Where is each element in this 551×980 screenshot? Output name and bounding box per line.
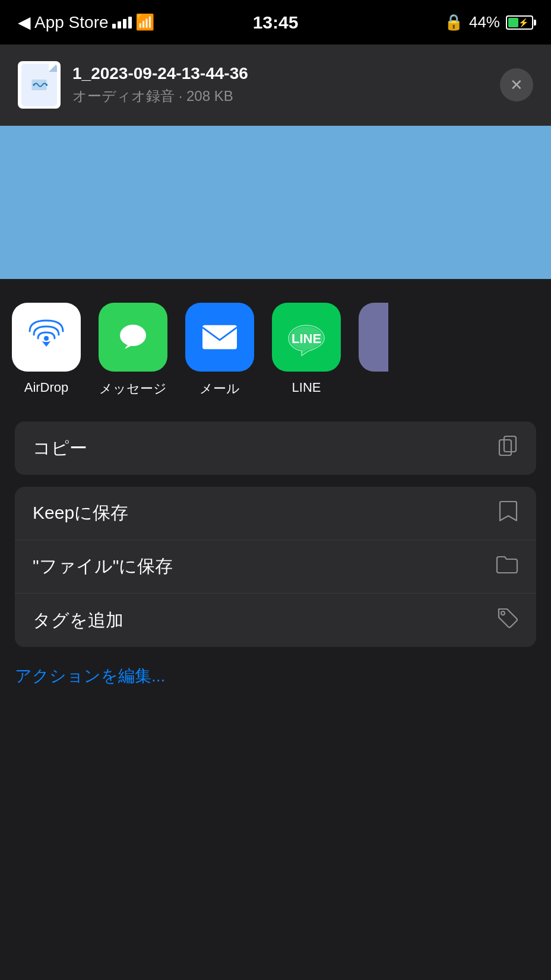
svg-rect-12: [504, 436, 516, 452]
edit-actions[interactable]: アクションを編集...: [15, 665, 536, 687]
file-name: 1_2023-09-24-13-44-36: [72, 64, 248, 83]
battery-percent: 44%: [469, 13, 500, 31]
copy-action-label: コピー: [33, 436, 87, 461]
carrier-label: App Store: [34, 13, 109, 32]
file-text-info: 1_2023-09-24-13-44-36 オーディオ録音 · 208 KB: [72, 64, 248, 106]
wifi-icon: 📶: [135, 13, 154, 31]
status-bar: ◀ App Store 📶 13:45 🔒 44% ⚡: [0, 0, 551, 45]
signal-bars: [112, 17, 132, 28]
file-meta: オーディオ録音 · 208 KB: [72, 87, 248, 106]
app-item-airdrop[interactable]: AirDrop: [12, 303, 81, 398]
line-label: LINE: [292, 380, 321, 395]
svg-point-3: [46, 84, 48, 86]
file-header: 1_2023-09-24-13-44-36 オーディオ録音 · 208 KB ✕: [0, 45, 551, 126]
add-tag-label: タグを追加: [33, 608, 124, 633]
svg-rect-13: [499, 440, 511, 455]
partial-app-icon: [359, 303, 388, 372]
lock-icon: 🔒: [444, 13, 463, 31]
airdrop-icon-button[interactable]: [12, 303, 81, 372]
battery-fill: [508, 18, 518, 27]
battery-body: ⚡: [506, 15, 533, 30]
file-doc-background: [21, 64, 57, 106]
status-time: 13:45: [253, 12, 299, 33]
line-icon-button[interactable]: LINE: [272, 303, 341, 372]
svg-rect-9: [202, 325, 237, 350]
copy-action-item[interactable]: コピー: [15, 421, 536, 475]
airdrop-svg-icon: [25, 316, 68, 359]
save-files-action-item[interactable]: "ファイル"に保存: [15, 540, 536, 594]
status-left: ◀ App Store 📶: [18, 12, 154, 32]
add-tag-action-item[interactable]: タグを追加: [15, 594, 536, 647]
copy-action-list: コピー: [15, 421, 536, 475]
close-icon: ✕: [510, 76, 523, 94]
file-icon: [18, 61, 61, 109]
line-svg-icon: LINE: [285, 316, 328, 359]
audio-file-icon: [28, 74, 50, 96]
airdrop-label: AirDrop: [24, 380, 69, 395]
close-button[interactable]: ✕: [500, 68, 533, 102]
app-item-messages[interactable]: メッセージ: [99, 303, 167, 398]
app-item-mail[interactable]: メール: [185, 303, 254, 398]
app-icons-row: AirDrop メッセージ メール: [0, 279, 551, 410]
preview-area: [0, 126, 551, 279]
secondary-action-list: Keepに保存 "ファイル"に保存 タグを追加: [15, 487, 536, 647]
messages-label: メッセージ: [99, 380, 167, 398]
back-arrow: ◀: [18, 12, 31, 32]
app-item-line[interactable]: LINE LINE: [272, 303, 341, 398]
mail-label: メール: [200, 380, 240, 398]
charging-bolt: ⚡: [518, 18, 528, 27]
mail-icon-button[interactable]: [185, 303, 254, 372]
save-keep-label: Keepに保存: [33, 501, 128, 525]
bookmark-icon: [498, 500, 518, 527]
status-right: 🔒 44% ⚡: [444, 13, 533, 31]
tag-icon: [497, 607, 518, 633]
save-files-label: "ファイル"に保存: [33, 554, 173, 579]
file-info: 1_2023-09-24-13-44-36 オーディオ録音 · 208 KB: [18, 61, 248, 109]
mail-svg-icon: [199, 321, 240, 354]
save-keep-action-item[interactable]: Keepに保存: [15, 487, 536, 540]
share-sheet: AirDrop メッセージ メール: [0, 279, 551, 687]
messages-svg-icon: [112, 316, 154, 359]
svg-point-5: [44, 336, 49, 341]
messages-icon-button[interactable]: [99, 303, 167, 372]
svg-point-2: [33, 84, 35, 86]
battery-icon: ⚡: [506, 15, 533, 30]
folder-icon: [496, 555, 518, 579]
app-item-partial: [359, 303, 388, 398]
edit-actions-link[interactable]: アクションを編集...: [15, 667, 165, 685]
copy-icon: [497, 435, 518, 461]
svg-point-14: [501, 611, 505, 615]
